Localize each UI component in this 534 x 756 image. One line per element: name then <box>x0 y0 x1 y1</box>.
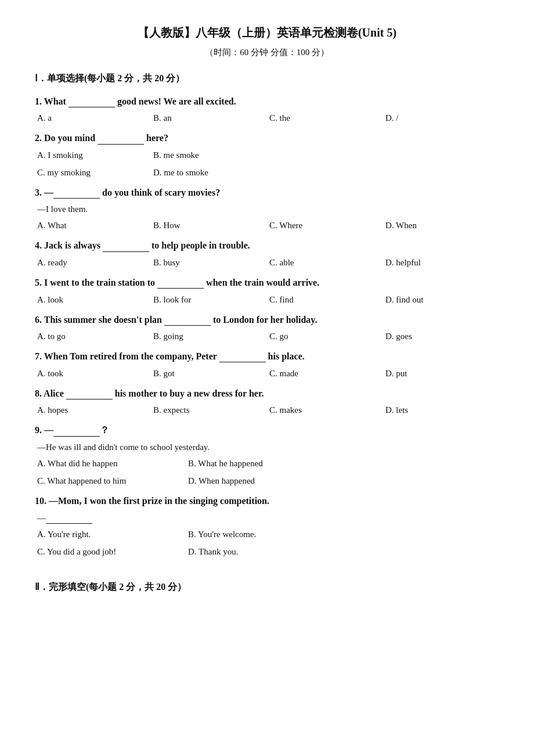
q10-text: 10. —Mom, I won the first prize in the s… <box>35 494 499 509</box>
q7-options: A. took B. got C. made D. put <box>35 366 499 380</box>
q3-dialogue-a: —I love them. <box>35 202 499 216</box>
question-3: 3. — do you think of scary movies? —I lo… <box>35 185 499 233</box>
question-2: 2. Do you mind here? A. I smoking B. me … <box>35 131 499 179</box>
q4-options: A. ready B. busy C. able D. helpful <box>35 255 499 269</box>
question-9: 9. —？ —He was ill and didn't come to sch… <box>35 423 499 488</box>
q1-options: A. a B. an C. the D. / <box>35 111 499 125</box>
q2-options2: C. my smoking D. me to smoke <box>35 165 499 179</box>
question-7: 7. When Tom retired from the company, Pe… <box>35 349 499 380</box>
q10-extra: — <box>35 511 499 525</box>
q9-dialogue-a: —He was ill and didn't come to school ye… <box>35 440 499 454</box>
q9-dialogue-q: 9. —？ <box>35 423 499 438</box>
section1-header: Ⅰ．单项选择(每小题 2 分，共 20 分） <box>35 71 499 86</box>
q2-options: A. I smoking B. me smoke <box>35 148 499 162</box>
question-8: 8. Alice his mother to buy a new dress f… <box>35 386 499 417</box>
q6-options: A. to go B. going C. go D. goes <box>35 329 499 343</box>
q5-text: 5. I went to the train station to when t… <box>35 275 499 290</box>
q9-options2: C. What happened to him D. When happened <box>35 474 499 488</box>
q2-text: 2. Do you mind here? <box>35 131 499 146</box>
q6-text: 6. This summer she doesn't plan to Londo… <box>35 312 499 327</box>
question-5: 5. I went to the train station to when t… <box>35 275 499 307</box>
q3-options: A. What B. How C. Where D. When <box>35 218 499 232</box>
q8-options: A. hopes B. expects C. makes D. lets <box>35 403 499 417</box>
q3-dialogue-q: 3. — do you think of scary movies? <box>35 185 499 200</box>
question-1: 1. What good news! We are all excited. A… <box>35 94 499 125</box>
page-title: 【人教版】八年级（上册）英语单元检测卷(Unit 5) <box>35 23 499 42</box>
q8-text: 8. Alice his mother to buy a new dress f… <box>35 386 499 401</box>
q7-text: 7. When Tom retired from the company, Pe… <box>35 349 499 364</box>
question-6: 6. This summer she doesn't plan to Londo… <box>35 312 499 344</box>
page-subtitle: （时间：60 分钟 分值：100 分） <box>35 45 499 59</box>
question-4: 4. Jack is always to help people in trou… <box>35 238 499 269</box>
q9-options: A. What did he happen B. What he happene… <box>35 456 499 470</box>
section2-header: Ⅱ．完形填空(每小题 2 分，共 20 分） <box>35 579 499 595</box>
q4-text: 4. Jack is always to help people in trou… <box>35 238 499 253</box>
q10-options: A. You're right. B. You're welcome. <box>35 527 499 541</box>
question-10: 10. —Mom, I won the first prize in the s… <box>35 494 499 559</box>
q10-options2: C. You did a good job! D. Thank you. <box>35 545 499 559</box>
q1-text: 1. What good news! We are all excited. <box>35 94 499 109</box>
q5-options: A. look B. look for C. find D. find out <box>35 293 499 307</box>
